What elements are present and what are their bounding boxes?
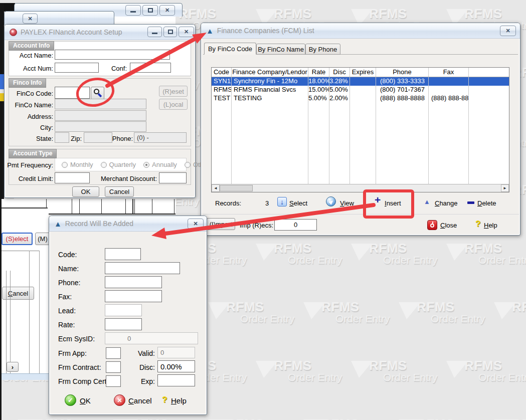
acct-name-input[interactable]	[55, 50, 170, 60]
more-button[interactable]: (M)	[35, 233, 50, 245]
pmt-frequency-radiogroup[interactable]: MonthlyQuarterlyAnnuallyOther	[55, 158, 187, 171]
credit-limit-input[interactable]	[55, 172, 90, 183]
ok-button[interactable]: OK	[80, 396, 91, 405]
table-cell[interactable]: RFMS Financial Svcs	[232, 86, 308, 94]
name-input[interactable]	[105, 262, 180, 274]
import-button[interactable]: (I)mport	[207, 218, 235, 230]
column-header[interactable]: Phone	[376, 68, 429, 77]
help-icon[interactable]: ?	[475, 219, 480, 229]
frm-contract-input[interactable]	[106, 361, 121, 373]
close-action[interactable]: Close	[440, 222, 457, 229]
close-button[interactable]: ✕	[179, 27, 194, 37]
scrollbar-thumb[interactable]	[220, 185, 253, 191]
table-cell[interactable]	[429, 77, 469, 86]
table-cell[interactable]: Synchrony Fin - 12Mo	[232, 77, 308, 86]
rate-input[interactable]	[105, 318, 142, 330]
cancel-icon[interactable]: ✕	[114, 394, 125, 406]
cancel-button[interactable]: Cancel	[128, 396, 152, 405]
select-button[interactable]: (S)elect	[2, 233, 33, 245]
table-cell[interactable]	[350, 86, 376, 94]
local-button[interactable]: (L)ocal	[159, 99, 188, 110]
table-cell[interactable]: 3.28%	[329, 77, 350, 86]
table-cell[interactable]	[429, 86, 469, 94]
radio-quarterly[interactable]: Quarterly	[101, 161, 136, 168]
table-cell[interactable]: (800) 333-3333	[376, 77, 429, 86]
close-button[interactable]: ✕	[188, 219, 204, 229]
column-header[interactable]: Disc	[329, 68, 350, 77]
help-icon[interactable]: ?	[162, 395, 167, 405]
exp-input[interactable]	[157, 374, 195, 386]
view-icon[interactable]	[326, 196, 336, 206]
fcm-titlebar[interactable]: ▲ Finance Companies (FCM) List	[201, 23, 520, 39]
insert-action[interactable]: Insert	[385, 199, 401, 207]
table-cell[interactable]: 2.00%	[329, 94, 350, 103]
help-button[interactable]: Help	[171, 396, 187, 405]
close-power-icon[interactable]	[427, 220, 437, 230]
radio-annually[interactable]: Annually	[143, 161, 177, 168]
tab-by-finco-name[interactable]: By FinCo Name	[256, 44, 305, 55]
finco-code-input[interactable]	[55, 87, 90, 99]
finco-lookup-button[interactable]	[91, 87, 104, 100]
merchant-discount-input[interactable]	[159, 172, 187, 183]
minimize-button[interactable]	[125, 5, 141, 16]
close-button[interactable]: ✕	[159, 5, 175, 16]
close-button[interactable]: ✕	[500, 26, 516, 36]
table-cell[interactable]	[350, 94, 376, 103]
table-row[interactable]: RFMSFRFMS Financial Svcs15.00%5.00%(800)…	[212, 86, 509, 94]
record-titlebar[interactable]: ▲ Record Will Be Added	[49, 216, 207, 232]
reset-button[interactable]: (R)eset	[159, 86, 188, 97]
select-action[interactable]: Select	[289, 199, 307, 207]
disc-input[interactable]: 0.00%	[157, 360, 195, 372]
radio-monthly[interactable]: Monthly	[62, 161, 93, 168]
table-cell[interactable]: TEST	[212, 94, 232, 103]
lead-input[interactable]	[105, 304, 142, 316]
acct-num-input[interactable]	[55, 63, 99, 73]
table-row[interactable]: SYN12Synchrony Fin - 12Mo18.00%3.28%(800…	[212, 77, 509, 86]
scroll-right-arrow[interactable]: ►	[501, 184, 509, 192]
ok-button[interactable]: OK	[72, 186, 99, 197]
table-cell[interactable]: 5.00%	[308, 94, 329, 103]
view-action[interactable]: View	[340, 199, 354, 207]
column-header[interactable]: Finance Company/Lendor	[232, 68, 308, 77]
table-cell[interactable]: (888) 888-8887	[429, 94, 469, 103]
column-header[interactable]: Code	[212, 68, 232, 77]
frm-app-input[interactable]	[106, 347, 121, 359]
minimize-button[interactable]	[147, 27, 162, 37]
delete-action[interactable]: Delete	[477, 199, 496, 207]
table-row[interactable]: TESTTESTING5.00%2.00%(888) 888-8888(888)…	[212, 94, 509, 103]
table-cell[interactable]: (800) 701-7367	[376, 86, 429, 94]
frm-comp-cert-input[interactable]	[106, 375, 121, 387]
scroll-right-button[interactable]: ›	[7, 362, 19, 372]
imp-recs-input[interactable]: 0	[274, 219, 317, 231]
column-header[interactable]: Fax	[429, 68, 469, 77]
column-header[interactable]: Expires	[350, 68, 376, 77]
tab-by-finco-code[interactable]: By FinCo Code	[204, 43, 256, 55]
column-header[interactable]: Rate	[308, 68, 329, 77]
change-action[interactable]: Change	[435, 199, 458, 207]
help-action[interactable]: Help	[484, 222, 497, 229]
table-cell[interactable]: (888) 888-8888	[376, 94, 429, 103]
horizontal-scrollbar[interactable]: ◄ ►	[212, 184, 509, 192]
table-cell[interactable]: 5.00%	[329, 86, 350, 94]
table-cell[interactable]: 15.00%	[308, 86, 329, 94]
table-cell[interactable]: RFMSF	[212, 86, 232, 94]
cancel-button[interactable]: Cancel	[105, 186, 134, 197]
phone-input[interactable]	[105, 276, 162, 288]
table-cell[interactable]: 18.00%	[308, 77, 329, 86]
delete-icon[interactable]	[467, 201, 474, 204]
fax-input[interactable]	[105, 290, 162, 302]
table-cell[interactable]	[350, 77, 376, 86]
scroll-left-arrow[interactable]: ◄	[212, 184, 220, 192]
tab-by-phone[interactable]: By Phone	[305, 44, 340, 55]
ok-icon[interactable]: ✓	[65, 394, 76, 406]
table-cell[interactable]: SYN12	[212, 77, 232, 86]
maximize-button[interactable]	[142, 5, 158, 16]
finance-companies-table[interactable]: CodeFinance Company/LendorRateDiscExpire…	[211, 67, 509, 192]
maximize-button[interactable]	[163, 27, 177, 37]
table-cell[interactable]: TESTING	[232, 94, 308, 103]
change-icon[interactable]: ▲	[424, 198, 430, 205]
code-input[interactable]	[105, 248, 141, 260]
conf-input[interactable]	[130, 63, 171, 73]
select-icon[interactable]: ↓	[277, 197, 287, 206]
close-button[interactable]: ✕	[23, 14, 38, 24]
